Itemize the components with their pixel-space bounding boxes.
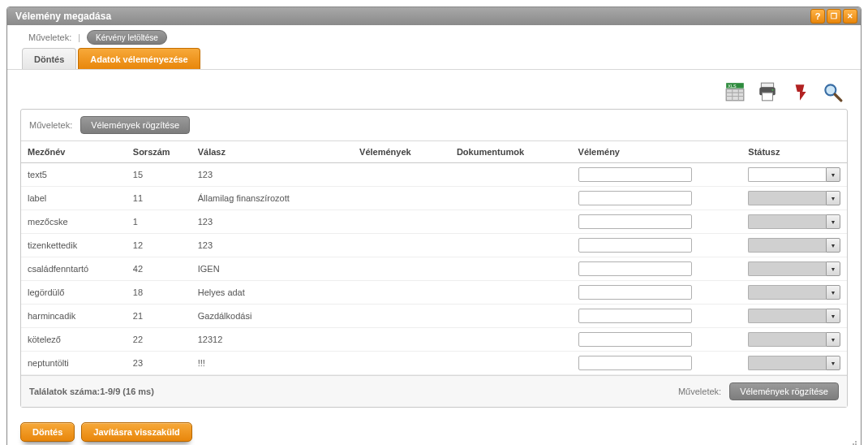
velemeny-input[interactable] [578,191,692,205]
cell-sorszam: 18 [127,281,191,305]
col-mezonev[interactable]: Mezőnév [21,141,127,163]
cell-mezonev: legördülő [21,281,127,305]
download-request-button[interactable]: Kérvény letöltése [87,30,167,45]
velemeny-input[interactable] [578,285,692,300]
cell-statusz [741,281,847,305]
cell-valasz: !!! [191,352,353,375]
cell-dokumentumok [450,163,572,187]
col-valasz[interactable]: Válasz [191,141,353,163]
panel-ops-label: Műveletek: [29,120,72,130]
chevron-down-icon[interactable] [826,214,840,229]
cell-sorszam: 23 [127,352,191,375]
col-statusz[interactable]: Státusz [741,141,847,163]
cell-mezonev: neptuntölti [21,352,127,375]
cell-velemenyek [353,257,450,281]
table-row: tizenkettedik12123 [21,234,847,257]
tabstrip: Döntés Adatok véleményezése [7,48,861,70]
cell-statusz [741,163,847,187]
decision-button[interactable]: Döntés [20,422,75,442]
cell-velemenyek [353,352,450,375]
cell-dokumentumok [450,328,572,352]
svg-point-10 [771,89,773,91]
status-value [748,332,826,347]
cell-statusz [741,210,847,234]
cell-velemeny [572,210,742,234]
status-value [748,214,826,229]
chevron-down-icon[interactable] [826,332,840,347]
grid-panel: Műveletek: Vélemények rögzítése Mezőnév … [20,109,848,408]
velemeny-input[interactable] [578,309,692,323]
panel-footer: Találatok száma:1-9/9 (16 ms) Műveletek:… [21,375,847,407]
cell-valasz: IGEN [191,257,353,281]
table-row: mezőcske1123 [21,210,847,234]
col-velemenyek[interactable]: Vélemények [353,141,450,163]
velemeny-input[interactable] [578,167,692,182]
svg-line-12 [835,94,841,101]
svg-rect-7 [761,83,773,87]
top-operations: Műveletek: | Kérvény letöltése [7,25,861,48]
cell-sorszam: 21 [127,305,191,328]
chevron-down-icon[interactable] [826,285,840,300]
col-velemeny[interactable]: Vélemény [572,141,742,163]
table-row: neptuntölti23!!! [21,352,847,375]
cell-velemeny [572,187,742,210]
velemeny-input[interactable] [578,214,692,229]
resize-handle-icon[interactable] [848,439,857,445]
velemeny-input[interactable] [578,356,692,370]
velemeny-input[interactable] [578,261,692,276]
cell-sorszam: 11 [127,187,191,210]
table-row: kötelező2212312 [21,328,847,352]
chevron-down-icon[interactable] [826,356,840,370]
dialog-title: Vélemény megadása [15,11,111,22]
cell-statusz [741,187,847,210]
chevron-down-icon[interactable] [826,261,840,276]
cell-sorszam: 1 [127,210,191,234]
cell-valasz: 123 [191,234,353,257]
cell-sorszam: 22 [127,328,191,352]
cell-valasz: Államilag finanszírozott [191,187,353,210]
chevron-down-icon[interactable] [826,167,840,182]
record-opinions-button-bottom[interactable]: Vélemények rögzítése [729,382,839,400]
cell-sorszam: 42 [127,257,191,281]
svg-rect-9 [763,93,773,101]
cell-statusz [741,257,847,281]
chevron-down-icon[interactable] [826,191,840,205]
table-row: text515123 [21,163,847,187]
close-icon[interactable] [843,9,857,24]
separator: | [78,32,80,42]
status-value[interactable] [748,167,826,182]
chevron-down-icon[interactable] [826,238,840,253]
maximize-icon[interactable] [827,9,841,24]
status-value [748,285,826,300]
cell-valasz: Gazdálkodási [191,305,353,328]
cell-dokumentumok [450,281,572,305]
pin-icon[interactable] [789,81,810,102]
help-icon[interactable] [810,9,825,24]
chevron-down-icon[interactable] [826,309,840,323]
cell-valasz: 123 [191,163,353,187]
cell-velemenyek [353,210,450,234]
cell-dokumentumok [450,234,572,257]
status-value [748,261,826,276]
panel-top-ops: Műveletek: Vélemények rögzítése [21,110,847,141]
data-grid: Mezőnév Sorszám Válasz Vélemények Dokume… [21,141,847,375]
status-value [748,238,826,253]
velemeny-input[interactable] [578,238,692,253]
cell-valasz: 12312 [191,328,353,352]
search-icon[interactable] [822,81,843,102]
titlebar-buttons [810,9,857,24]
send-back-button[interactable]: Javításra visszaküld [81,422,191,442]
export-xls-icon[interactable]: XLS [724,81,746,102]
velemeny-input[interactable] [578,332,692,347]
cell-velemenyek [353,305,450,328]
col-sorszam[interactable]: Sorszám [127,141,191,163]
tab-review[interactable]: Adatok véleményezése [78,48,200,69]
col-dokumentumok[interactable]: Dokumentumok [450,141,572,163]
print-icon[interactable] [757,81,778,102]
table-row: legördülő18Helyes adat [21,281,847,305]
cell-valasz: Helyes adat [191,281,353,305]
record-opinions-button-top[interactable]: Vélemények rögzítése [80,116,190,134]
dialog-window: Vélemény megadása Műveletek: | Kérvény l… [6,6,862,445]
tab-decision[interactable]: Döntés [22,48,76,69]
top-ops-label: Műveletek: [28,32,71,42]
